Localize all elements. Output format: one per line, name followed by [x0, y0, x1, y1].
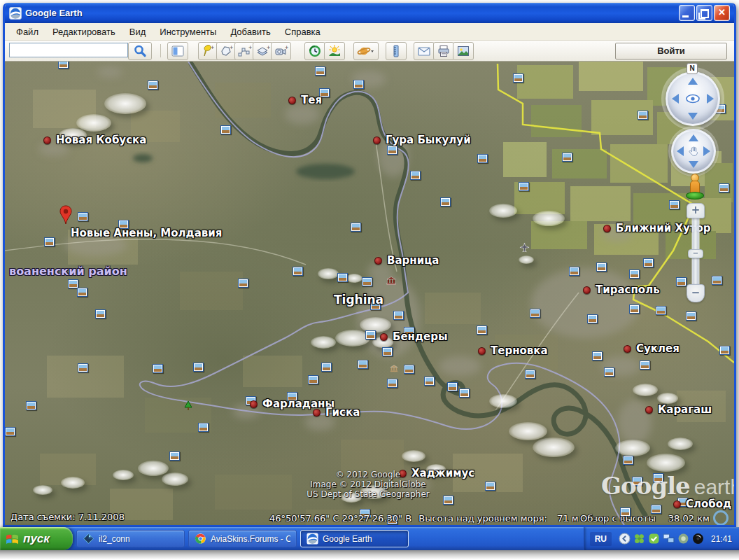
add-image-overlay-button[interactable]: + [253, 42, 273, 60]
photo-overlay-icon[interactable] [153, 364, 163, 373]
north-indicator[interactable]: N [687, 63, 698, 74]
language-indicator[interactable]: RU [590, 532, 612, 546]
move-down-arrow-icon[interactable] [689, 161, 698, 168]
photo-overlay-icon[interactable] [447, 382, 458, 391]
photo-overlay-icon[interactable] [643, 258, 654, 267]
photo-overlay-icon[interactable] [353, 80, 364, 89]
monument-icon[interactable] [390, 363, 398, 375]
placemark-Слобод[interactable]: Слобод [676, 500, 731, 508]
photo-overlay-icon[interactable] [669, 200, 680, 209]
zoom-control[interactable]: + − − [687, 203, 705, 302]
zoom-out-button[interactable]: − [687, 284, 705, 302]
photo-overlay-icon[interactable] [95, 309, 106, 318]
placemark-Новая Кобуска[interactable]: Новая Кобуска [46, 136, 146, 144]
placemark-Бендеры[interactable]: Бендеры [383, 332, 448, 341]
street-view-pegman[interactable] [685, 174, 703, 199]
search-button[interactable] [128, 42, 152, 60]
photo-overlay-icon[interactable] [44, 237, 55, 246]
record-tour-button[interactable]: + [271, 42, 291, 60]
photo-overlay-icon[interactable] [525, 370, 535, 379]
photo-overlay-icon[interactable] [587, 314, 598, 323]
photo-overlay-icon[interactable] [485, 482, 495, 491]
look-right-arrow-icon[interactable] [707, 94, 714, 104]
photo-overlay-icon[interactable] [169, 451, 180, 461]
photo-overlay-icon[interactable] [337, 273, 348, 282]
photo-overlay-icon[interactable] [629, 270, 640, 279]
photo-overlay-icon[interactable] [404, 365, 414, 374]
close-button[interactable]: ✕ [714, 5, 730, 21]
move-up-arrow-icon[interactable] [689, 134, 698, 141]
photo-overlay-icon[interactable] [513, 74, 523, 83]
photo-overlay-icon[interactable] [393, 311, 404, 320]
collapse-chevron-icon[interactable] [619, 533, 631, 545]
museum-icon[interactable] [386, 275, 396, 288]
photo-overlay-icon[interactable] [58, 62, 69, 69]
photo-overlay-icon[interactable] [77, 288, 87, 297]
placemark-Терновка[interactable]: Терновка [481, 346, 548, 355]
print-button[interactable] [433, 42, 454, 60]
photo-overlay-icon[interactable] [198, 423, 209, 432]
save-image-button[interactable] [453, 42, 474, 60]
tree-icon[interactable] [184, 401, 192, 414]
photo-overlay-icon[interactable] [382, 347, 393, 356]
add-polygon-button[interactable]: + [216, 42, 237, 60]
photo-overlay-icon[interactable] [358, 360, 368, 369]
photo-overlay-icon[interactable] [656, 306, 666, 315]
status-orb-icon[interactable] [677, 533, 689, 545]
taskbar-task-AviaSkins.Forums - O...[interactable]: AviaSkins.Forums - O... [188, 530, 297, 547]
look-down-arrow-icon[interactable] [688, 113, 698, 120]
taskbar-task-il2_conn[interactable]: il2_conn [76, 530, 185, 547]
menu-item-2[interactable]: Вид [122, 24, 153, 39]
menu-item-5[interactable]: Справка [278, 24, 328, 39]
photo-overlay-icon[interactable] [519, 182, 529, 191]
planets-button[interactable] [353, 42, 379, 60]
photo-overlay-icon[interactable] [562, 153, 572, 162]
placemark-Новые Анены, Молдавия[interactable]: Новые Анены, Молдавия [66, 229, 222, 237]
title-bar[interactable]: Google Earth ✕ [5, 3, 734, 23]
look-up-arrow-icon[interactable] [688, 78, 698, 85]
photo-overlay-icon[interactable] [676, 277, 687, 286]
photo-overlay-icon[interactable] [440, 197, 451, 206]
photo-overlay-icon[interactable] [193, 363, 204, 372]
add-placemark-button[interactable]: + [198, 42, 218, 60]
placemark-Тирасполь[interactable]: Тирасполь [586, 286, 660, 294]
photo-overlay-icon[interactable] [293, 267, 303, 276]
photo-overlay-icon[interactable] [362, 277, 372, 286]
placemark-Варница[interactable]: Варница [377, 256, 439, 265]
search-input[interactable] [9, 43, 128, 57]
photo-overlay-icon[interactable] [424, 377, 435, 386]
menu-item-3[interactable]: Инструменты [153, 24, 223, 39]
photo-overlay-icon[interactable] [623, 456, 633, 465]
antivirus-check-icon[interactable] [648, 533, 660, 545]
zoom-in-button[interactable]: + [687, 203, 705, 218]
move-left-arrow-icon[interactable] [677, 146, 684, 156]
start-button[interactable]: пуск [0, 527, 73, 550]
menu-item-0[interactable]: Файл [9, 24, 45, 39]
photo-overlay-icon[interactable] [477, 326, 487, 335]
photo-overlay-icon[interactable] [5, 427, 15, 436]
photo-overlay-icon[interactable] [629, 304, 640, 314]
menu-item-4[interactable]: Добавить [223, 24, 277, 39]
photo-overlay-icon[interactable] [569, 267, 579, 276]
historical-imagery-button[interactable] [304, 42, 325, 60]
minimize-button[interactable] [679, 5, 695, 21]
photo-overlay-icon[interactable] [592, 351, 603, 360]
photo-overlay-icon[interactable] [410, 171, 421, 180]
menu-item-1[interactable]: Редактировать [45, 24, 122, 39]
photo-overlay-icon[interactable] [220, 125, 231, 134]
placemark-Карагаш[interactable]: Карагаш [648, 405, 712, 414]
photo-overlay-icon[interactable] [315, 66, 325, 76]
photo-overlay-icon[interactable] [604, 368, 614, 377]
photo-overlay-icon[interactable] [321, 363, 332, 372]
webcam-moon-icon[interactable] [692, 533, 704, 545]
photo-overlay-icon[interactable] [712, 276, 722, 285]
restore-button[interactable] [696, 5, 712, 21]
photo-overlay-icon[interactable] [387, 379, 397, 388]
move-right-arrow-icon[interactable] [703, 146, 710, 156]
look-joystick[interactable] [661, 67, 724, 130]
photo-overlay-icon[interactable] [596, 262, 607, 272]
signin-button[interactable]: Войти [615, 43, 727, 59]
icq-flower-icon[interactable] [633, 533, 645, 545]
photo-overlay-icon[interactable] [686, 312, 696, 321]
photo-overlay-icon[interactable] [238, 279, 248, 288]
